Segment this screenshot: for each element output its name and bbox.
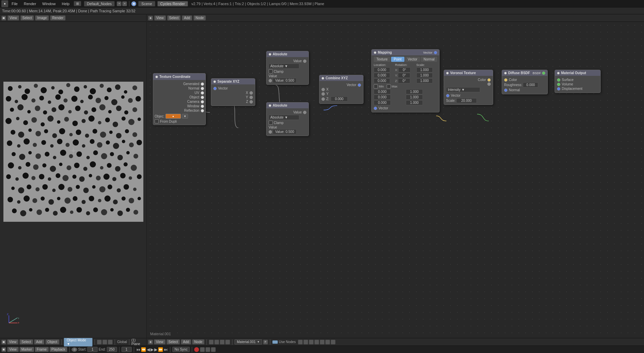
tab-normal[interactable]: Normal <box>421 57 437 62</box>
jump-start-btn[interactable]: ⏮ <box>136 347 140 352</box>
scale-field[interactable]: 20.000 <box>456 98 477 103</box>
node-node-btn[interactable]: Node <box>194 15 206 21</box>
node-add-btn2[interactable]: Add <box>181 339 191 344</box>
node-area-type2[interactable]: ◈ <box>148 340 153 344</box>
node-tool6[interactable] <box>325 340 330 344</box>
node-icon1[interactable] <box>209 340 214 344</box>
prev-keyframe-btn[interactable]: ⏪ <box>141 347 146 352</box>
node-tool1[interactable] <box>298 340 303 344</box>
node-separate-xyz[interactable]: Separate XYZ Vector X Y Z <box>211 78 255 106</box>
clamp-checkbox2[interactable] <box>269 121 273 125</box>
clamp-checkbox[interactable] <box>269 69 273 73</box>
rot-y[interactable]: 0° <box>398 73 410 78</box>
node-mapping[interactable]: Mapping Vector Texture Point Vector Norm… <box>371 49 440 112</box>
x-icon[interactable]: × <box>122 1 127 6</box>
node-area-type[interactable]: ◈ <box>148 16 153 21</box>
node-tool4[interactable] <box>314 340 319 344</box>
render-view-btn[interactable]: View <box>8 15 19 21</box>
render-image-btn[interactable]: Image <box>35 15 49 21</box>
render-select-btn[interactable]: Select <box>20 15 34 21</box>
3d-object-btn[interactable]: Object <box>45 339 59 344</box>
node-combine-xyz[interactable]: Combine XYZ Vector X Y Z: 0.00 <box>319 75 363 104</box>
view-btn3[interactable] <box>108 340 113 344</box>
render-engine-dropdown[interactable]: Cycles Render <box>157 1 188 6</box>
max-x-val[interactable]: 1.000 <box>406 89 423 94</box>
scale-y[interactable]: 1.000 <box>416 73 433 78</box>
node-node-btn2[interactable]: Node <box>192 339 204 344</box>
tab-texture[interactable]: Texture <box>374 57 390 62</box>
3d-select-btn[interactable]: Select <box>19 339 33 344</box>
sync-dropdown[interactable]: No Sync <box>172 347 190 352</box>
intensity-dropdown[interactable]: Intensity ▼ <box>446 87 480 92</box>
rot-x[interactable]: 0° <box>398 67 411 72</box>
jump-end-btn[interactable]: ⏭ <box>164 347 168 352</box>
node-view-btn2[interactable]: View <box>154 339 166 344</box>
node-voronoi-texture[interactable]: Voronoi Texture Color Intensity ▼ <box>444 70 493 105</box>
view-btn1[interactable] <box>97 340 102 344</box>
editor-type-icon[interactable]: ⊞ <box>74 1 81 6</box>
loc-x[interactable]: 0.000 <box>374 67 390 72</box>
tab-vector[interactable]: Vector <box>405 57 420 62</box>
tab-point[interactable]: Point <box>391 57 404 62</box>
next-keyframe-btn[interactable]: ⏩ <box>158 347 163 352</box>
object-mode-btn[interactable]: Object Mode ▼ <box>64 338 93 347</box>
absolute-dropdown[interactable]: Absolute ▼ <box>269 64 299 69</box>
node-diffuse-bsdf[interactable]: Diffuse BSDF BSDF Color Roughness: 0.000 <box>502 70 548 94</box>
timeline-btn3[interactable] <box>211 347 216 352</box>
node-tool5[interactable] <box>320 340 325 344</box>
node-select-btn2[interactable]: Select <box>167 339 180 344</box>
scene-type-icon[interactable]: ▣ <box>131 1 136 6</box>
timeline-area-type[interactable]: ▣ <box>1 347 6 352</box>
node-icon2[interactable] <box>214 340 219 344</box>
node-select-btn[interactable]: Select <box>167 15 181 21</box>
render-area-type[interactable]: ▣ <box>1 16 6 21</box>
material-selector[interactable]: Material.001 ▼ <box>234 339 262 344</box>
min-y-val[interactable]: 0.000 <box>374 95 391 100</box>
current-frame-field[interactable]: 1 <box>121 347 132 352</box>
scale-z[interactable]: 1.000 <box>416 78 433 83</box>
node-absolute-2[interactable]: Absolute Value Absolute ▼ Clamp Value Va… <box>266 102 309 136</box>
absolute-dropdown2[interactable]: Absolute ▼ <box>269 115 299 120</box>
max-z-val[interactable]: 1.000 <box>406 100 423 105</box>
record-btn[interactable] <box>194 347 199 352</box>
node-tool3[interactable] <box>309 340 314 344</box>
node-absolute-1[interactable]: Absolute Value Absolute ▼ Clamp Value Va… <box>266 51 309 85</box>
node-texture-coordinate[interactable]: Texture Coordinate Generated Normal UV O… <box>153 73 206 125</box>
plus-icon[interactable]: + <box>117 1 121 6</box>
rot-z[interactable]: 0° <box>398 78 410 83</box>
min-x-val[interactable]: 0.000 <box>374 89 391 94</box>
start-field[interactable]: 1 <box>87 347 98 352</box>
roughness-field[interactable]: 0.000 <box>523 82 538 87</box>
value-field2[interactable]: Value: 0.500 <box>273 129 297 134</box>
node-material-output[interactable]: Material Output Surface Volume Displacem… <box>555 70 601 93</box>
3d-view-btn[interactable]: View <box>7 339 19 344</box>
menu-render[interactable]: Render <box>21 1 39 6</box>
3d-add-btn[interactable]: Add <box>34 339 44 344</box>
max-checkbox[interactable] <box>387 84 391 89</box>
scale-x[interactable]: 1.000 <box>416 67 433 72</box>
frame-btn[interactable]: Frame <box>35 347 49 352</box>
node-tool7[interactable] <box>331 340 335 344</box>
render-render-btn[interactable]: Render <box>50 15 66 21</box>
node-tool2[interactable] <box>303 340 308 344</box>
marker-btn[interactable]: Marker <box>19 347 34 352</box>
node-icon3[interactable] <box>220 340 225 344</box>
object-color-btn[interactable]: ● <box>166 114 181 119</box>
node-add-btn[interactable]: Add <box>182 15 192 21</box>
timeline-btn2[interactable] <box>205 347 210 352</box>
use-nodes-checkbox[interactable] <box>272 340 278 344</box>
next-frame-btn[interactable]: ▶ <box>154 347 157 352</box>
loc-y[interactable]: 0.000 <box>374 73 390 78</box>
play-btn[interactable]: ▶ <box>151 347 154 352</box>
min-z-val[interactable]: 0.000 <box>374 100 391 105</box>
object-dropdown-btn[interactable]: ▼ <box>182 114 188 119</box>
playback-btn[interactable]: Playback <box>49 347 68 352</box>
menu-help[interactable]: Help <box>59 1 72 6</box>
min-checkbox[interactable] <box>374 84 378 89</box>
menu-window[interactable]: Window <box>40 1 58 6</box>
value-field[interactable]: Value: 0.500 <box>273 78 297 83</box>
max-y-val[interactable]: 1.000 <box>406 95 423 100</box>
menu-file[interactable]: File <box>9 1 20 6</box>
node-view-btn[interactable]: View <box>154 15 166 21</box>
node-icon4[interactable] <box>225 340 230 344</box>
